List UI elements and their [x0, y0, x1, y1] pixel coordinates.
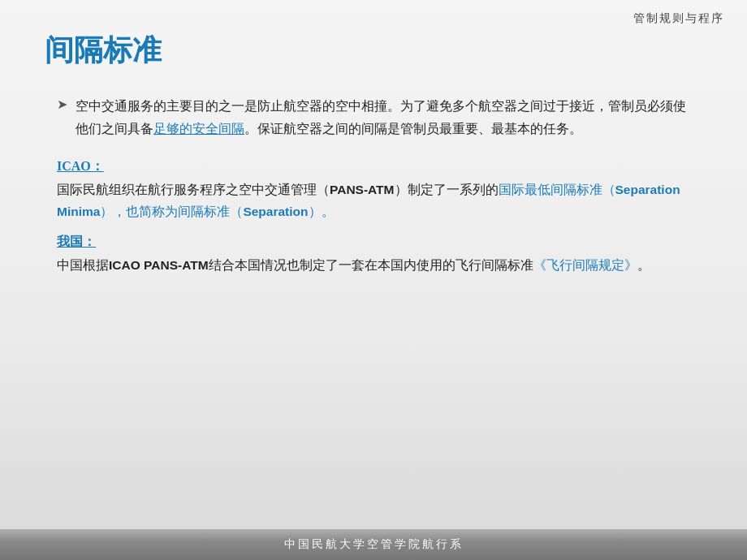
icao-blue1: 国际最低间隔标准（: [499, 183, 615, 196]
bottom-bar: 中国民航大学空管学院航行系: [0, 529, 747, 560]
icao-blue3: ）。: [309, 205, 335, 218]
china-text2: 结合本国情况也制定了一套在本国内使用的飞行间隔标准: [209, 258, 533, 272]
bullet-text-part2: 。保证航空器之间的间隔是管制员最重要、最基本的任务。: [244, 122, 582, 136]
slide-container: 管制规则与程序 间隔标准 ➤ 空中交通服务的主要目的之一是防止航空器的空中相撞。…: [0, 0, 747, 560]
bullet-paragraph: 空中交通服务的主要目的之一是防止航空器的空中相撞。为了避免多个航空器之间过于接近…: [76, 95, 690, 140]
china-section: 我国： 中国根据ICAO PANS-ATM结合本国情况也制定了一套在本国内使用的…: [57, 234, 690, 276]
icao-bold1: PANS-ATM: [330, 183, 395, 196]
footer-text: 中国民航大学空管学院航行系: [284, 537, 464, 552]
icao-label: ICAO：: [57, 158, 690, 175]
icao-blue-bold2: Separation: [243, 205, 308, 218]
china-text1: 中国根据: [57, 258, 109, 272]
icao-content: 国际民航组织在航行服务程序之空中交通管理（PANS-ATM）制定了一系列的国际最…: [57, 179, 690, 222]
icao-section: ICAO： 国际民航组织在航行服务程序之空中交通管理（PANS-ATM）制定了一…: [57, 158, 690, 222]
arrow-icon: ➤: [57, 97, 67, 112]
content-area: ➤ 空中交通服务的主要目的之一是防止航空器的空中相撞。为了避免多个航空器之间过于…: [0, 71, 747, 529]
icao-blue2: ），也简称为间隔标准（: [100, 205, 243, 218]
china-bold1: ICAO PANS-ATM: [109, 258, 209, 272]
bullet-section: ➤ 空中交通服务的主要目的之一是防止航空器的空中相撞。为了避免多个航空器之间过于…: [57, 95, 690, 140]
icao-text1: 国际民航组织在航行服务程序之空中交通管理（: [57, 183, 330, 196]
top-right-brand: 管制规则与程序: [633, 11, 724, 26]
bullet-highlight: 足够的安全间隔: [153, 122, 244, 136]
icao-text2: ）制定了一系列的: [395, 183, 499, 196]
china-text3: 。: [637, 258, 650, 272]
china-book-title: 《飞行间隔规定》: [533, 258, 637, 272]
main-title: 间隔标准: [45, 31, 702, 71]
china-content: 中国根据ICAO PANS-ATM结合本国情况也制定了一套在本国内使用的飞行间隔…: [57, 254, 690, 276]
china-label: 我国：: [57, 234, 690, 251]
